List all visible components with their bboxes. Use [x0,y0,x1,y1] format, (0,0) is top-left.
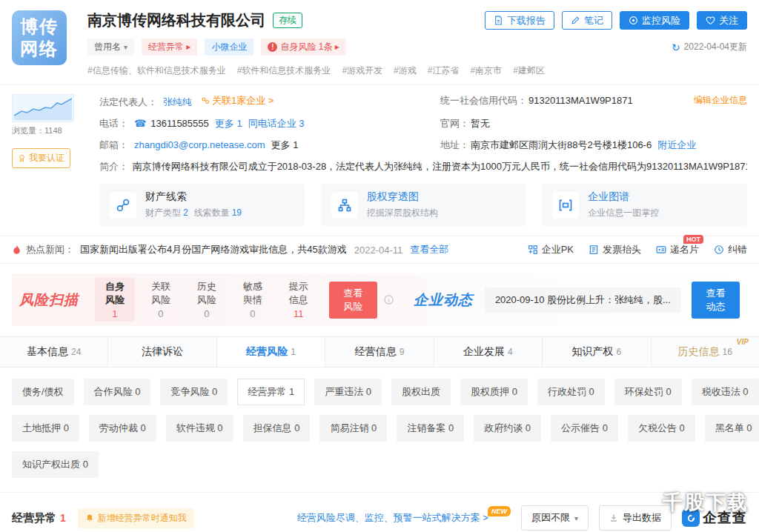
qichacha-brand[interactable]: 企查查 [682,508,747,528]
main-tab[interactable]: 知识产权6 [543,337,651,367]
header: 博传 网络 南京博传网络科技有限公司 存续 下载报告 笔记 [0,0,759,85]
risk-counter[interactable]: 敏感舆情 0 [233,278,273,322]
former-name-tag[interactable]: 曾用名 ▾ [87,39,134,56]
main-tab[interactable]: 历史信息16 VIP [652,337,759,367]
main-tab[interactable]: 经营风险1 [217,337,325,367]
subtab-button[interactable]: 股权质押 0 [460,379,528,405]
subtab-button[interactable]: 土地抵押 0 [12,415,79,442]
risk-counter[interactable]: 提示信息 11 [279,278,319,322]
edit-company-info-link[interactable]: 编辑企业信息 [694,94,747,107]
subtab-button[interactable]: 劳动仲裁 0 [89,415,156,442]
subtab-button[interactable]: 债务/债权 [12,379,74,405]
news-headline[interactable]: 国家新闻出版署公布4月份国产网络游戏审批信息，共45款游戏 [80,243,347,256]
company-pk-link[interactable]: 企业PK [528,243,574,256]
hashtag[interactable]: #游戏 [394,64,417,77]
subtab-button[interactable]: 黑名单 0 [705,415,759,442]
section-count: 1 [60,512,66,524]
subtab-button[interactable]: 经营异常 1 [237,379,305,405]
main-tab[interactable]: 经营信息9 [325,337,434,367]
invoice-title-link[interactable]: 发票抬头 [589,243,641,256]
subtab-button[interactable]: 担保信息 0 [243,415,311,442]
hashtag[interactable]: #南京市 [470,64,502,77]
monitor-risk-button[interactable]: 监控风险 [620,11,689,30]
phone-field: 电话： ☎ 13611585555 更多 1 同电话企业 3 [99,117,440,130]
subtab-button[interactable]: 注销备案 0 [397,415,464,442]
hot-badge: HOT [683,235,703,244]
hot-news-bar: 热点新闻： 国家新闻出版署公布4月份国产网络游戏审批信息，共45款游戏 2022… [0,236,759,264]
abnormal-operation-tag[interactable]: 经营异常 ▸ [142,39,197,56]
chevron-down-icon: ▾ [124,43,127,51]
name-card-icon [656,245,666,255]
risk-solution-link[interactable]: 经营风险尽调、监控、预警一站式解决方案 > NEW [297,511,511,525]
subtab-button[interactable]: 公示催告 0 [551,415,618,442]
view-all-news-link[interactable]: 查看全部 [410,243,448,256]
view-risk-button[interactable]: 查看风险 [329,282,377,319]
invoice-icon [589,245,599,255]
company-intro: 简介： 南京博传网络科技有限公司成立于2018-03-28，法定代表人为张纯纯，… [99,160,747,173]
view-count: 浏览量：1148 [12,125,83,136]
company-profile-page: 博传 网络 南京博传网络科技有限公司 存续 下载报告 笔记 [0,0,759,532]
nearby-companies-link[interactable]: 附近企业 [657,139,696,152]
enterprise-graph-card[interactable]: 企业图谱 企业信息一图掌控 [542,184,747,226]
self-risk-tag[interactable]: ! 自身风险 1条 ▸ [261,39,345,56]
chevron-down-icon: ▾ [574,514,578,522]
trend-item[interactable]: 2020-09-10 股份比例上升：张纯纯，股... [485,287,681,313]
info-circle-icon [383,294,394,305]
address-field: 地址： 南京市建邺区雨润大街88号2号楼1楼106-6 附近企业 [440,139,747,152]
medal-icon [18,154,26,162]
subtab-button[interactable]: 欠税公告 0 [628,415,695,442]
main-tab[interactable]: 企业发展4 [434,337,543,367]
main-tab[interactable]: 基本信息24 [0,337,108,367]
verify-company-button[interactable]: 我要认证 [12,148,70,168]
follow-button[interactable]: 关注 [697,11,747,30]
phone-more-link[interactable]: 更多 1 [215,117,242,130]
subtab-button[interactable]: 简易注销 0 [319,415,387,442]
hashtag[interactable]: #信息传输、软件和信息技术服务业 [87,64,226,77]
subtab-button[interactable]: 软件违规 0 [166,415,233,442]
risk-counter[interactable]: 历史风险 0 [187,278,227,322]
logo-text-line2: 网络 [20,38,59,60]
note-button[interactable]: 笔记 [562,11,612,30]
business-card-link[interactable]: HOT 递名片 [656,243,699,256]
email-more-link[interactable]: 更多 1 [271,139,299,152]
equity-penetration-card[interactable]: 股权穿透图 挖掘深层股权结构 [321,184,526,226]
hashtag[interactable]: #软件和信息技术服务业 [237,64,331,77]
org-chart-icon [331,192,358,219]
views-trend-chart [12,94,74,122]
status-badge: 存续 [273,13,302,28]
risk-counter[interactable]: 关联风险 0 [141,278,181,322]
error-correction-link[interactable]: 纠错 [714,243,747,256]
email-link[interactable]: zhangdi03@corp.netease.com [134,139,265,150]
same-phone-companies-link[interactable]: 同电话企业 3 [248,117,305,130]
new-badge: NEW [488,506,511,516]
subtab-button[interactable]: 股权出质 [391,379,451,405]
small-micro-enterprise-tag[interactable]: 小微企业 [205,39,253,56]
risk-counter[interactable]: 自身风险 1 [95,278,135,322]
pencil-icon [571,16,580,25]
export-data-button[interactable]: 导出数据 [599,505,672,531]
reason-filter-dropdown[interactable]: 原因不限 ▾ [521,505,589,531]
subtab-button[interactable]: 知识产权出质 0 [12,451,99,478]
subtab-button[interactable]: 环保处罚 0 [614,379,682,405]
property-clues-card[interactable]: 财产线索 财产类型2线索数量19 [99,184,305,226]
main-tab[interactable]: 法律诉讼 [108,337,216,367]
download-arrow-icon [609,513,618,522]
view-trends-button[interactable]: 查看动态 [692,282,740,319]
email-field: 邮箱： zhangdi03@corp.netease.com 更多 1 [99,139,440,152]
hashtag[interactable]: #江苏省 [428,64,460,77]
subtab-button[interactable]: 行政处罚 0 [537,379,605,405]
subtab-button[interactable]: 严重违法 0 [314,379,382,405]
notify-me-button[interactable]: 新增经营异常时通知我 [78,508,194,528]
download-report-button[interactable]: 下载报告 [485,11,554,30]
subtab-button[interactable]: 政府约谈 0 [474,415,541,442]
hashtag[interactable]: #建邺区 [513,64,545,77]
risk-scan-bar: 风险扫描 自身风险 1 关联风险 0 历史风险 0 敏感舆 [12,273,747,326]
hashtag[interactable]: #游戏开发 [342,64,382,77]
legal-representative-link[interactable]: 张纯纯 [163,96,192,109]
phone-icon: ☎ [134,118,146,129]
update-info[interactable]: ↻ 2022-04-04更新 [672,41,747,53]
related-companies-link[interactable]: 关联1家企业 > [201,94,274,107]
subtab-button[interactable]: 竞争风险 0 [160,379,228,405]
subtab-button[interactable]: 税收违法 0 [692,379,759,405]
subtab-button[interactable]: 合作风险 0 [84,379,151,405]
